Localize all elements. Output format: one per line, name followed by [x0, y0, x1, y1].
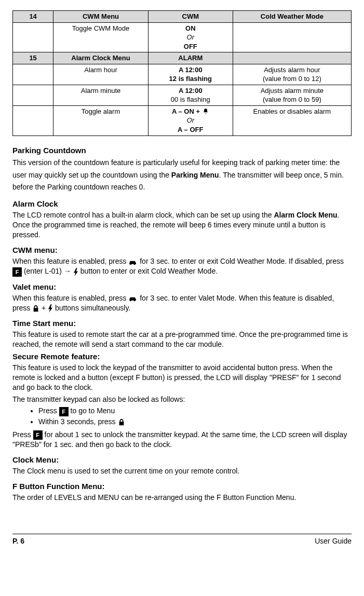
cell: Toggle CWM Mode	[53, 22, 149, 52]
table-row: Alarm minute A 12:00 00 is flashing Adju…	[13, 85, 352, 105]
cell: 15	[13, 52, 53, 64]
cell: Adjusts alarm hour (value from 0 to 12)	[233, 64, 351, 85]
footer-label: User Guide	[315, 536, 352, 546]
cell: A 12:00 00 is flashing	[148, 85, 233, 105]
paragraph: This feature is used to lock the keypad …	[12, 363, 352, 392]
footer-divider	[12, 534, 352, 534]
cell: Adjusts alarm minute (value from 0 to 59…	[233, 85, 351, 105]
cell	[233, 22, 351, 52]
paragraph: The LCD remote control has a built-in al…	[12, 210, 352, 240]
table-row: 14 CWM Menu CWM Cold Weather Mode	[13, 11, 352, 23]
heading-secure: Secure Remote feature:	[12, 351, 352, 362]
bolt-icon	[48, 304, 53, 313]
heading-fbutton: F Button Function Menu:	[12, 481, 352, 492]
cell: Alarm hour	[53, 64, 149, 85]
cell: A – ON + Or A – OFF	[148, 105, 233, 136]
cell	[13, 22, 53, 52]
cell	[13, 85, 53, 105]
bullet-list: Press F to go to Menu Within 3 seconds, …	[12, 406, 352, 426]
cell: Alarm minute	[53, 85, 149, 105]
cell: A 12:00 12 is flashing	[148, 64, 233, 85]
heading-cwm: CWM menu:	[12, 245, 352, 255]
page-footer: P. 6 User Guide	[12, 536, 352, 546]
lock-icon	[32, 305, 39, 312]
heading-alarm: Alarm Clock	[12, 199, 352, 209]
paragraph: Press F for about 1 sec to unlock the tr…	[12, 430, 352, 450]
heading-parking: Parking Countdown	[12, 145, 352, 156]
lock-icon	[118, 418, 125, 426]
page-number: P. 6	[12, 536, 24, 546]
f-button-icon: F	[59, 407, 69, 416]
bell-icon	[202, 108, 209, 115]
paragraph: The order of LEVELS and MENU can be re-a…	[12, 493, 352, 503]
paragraph: The Clock menu is used to set the curren…	[12, 466, 352, 476]
cell	[13, 64, 53, 85]
paragraph: This version of the countdown feature is…	[12, 157, 352, 194]
car-icon	[128, 259, 138, 265]
cell	[13, 105, 53, 136]
cell: CWM	[148, 11, 233, 23]
paragraph: When this feature is enabled, press for …	[12, 256, 352, 276]
cell: Toggle alarm	[53, 105, 149, 136]
bolt-icon	[73, 268, 78, 276]
list-item: Within 3 seconds, press	[38, 417, 352, 427]
heading-valet: Valet menu:	[12, 282, 352, 292]
table-row: Alarm hour A 12:00 12 is flashing Adjust…	[13, 64, 352, 85]
paragraph: The transmitter keypad can also be locke…	[12, 395, 352, 404]
cell: CWM Menu	[53, 11, 149, 23]
cell: Enables or disables alarm	[233, 105, 351, 136]
paragraph: When this feature is enabled, press for …	[12, 293, 352, 313]
car-icon	[128, 295, 138, 302]
list-item: Press F to go to Menu	[38, 406, 352, 416]
cell: Cold Weather Mode	[233, 11, 351, 23]
f-button-icon: F	[12, 267, 22, 277]
menu-table: 14 CWM Menu CWM Cold Weather Mode Toggle…	[12, 10, 352, 136]
table-row: Toggle CWM Mode ON Or OFF	[13, 22, 352, 52]
table-row: Toggle alarm A – ON + Or A – OFF Enables…	[13, 105, 352, 136]
cell	[233, 52, 351, 64]
table-row: 15 Alarm Clock Menu ALARM	[13, 52, 352, 64]
paragraph: This feature is used to remote start the…	[12, 330, 352, 349]
f-button-icon: F	[33, 430, 43, 440]
cell: ON Or OFF	[148, 22, 233, 52]
cell: ALARM	[148, 52, 233, 64]
cell: Alarm Clock Menu	[53, 52, 149, 64]
cell: 14	[13, 11, 53, 23]
heading-clockmenu: Clock Menu:	[12, 455, 352, 465]
heading-timestart: Time Start menu:	[12, 318, 352, 329]
